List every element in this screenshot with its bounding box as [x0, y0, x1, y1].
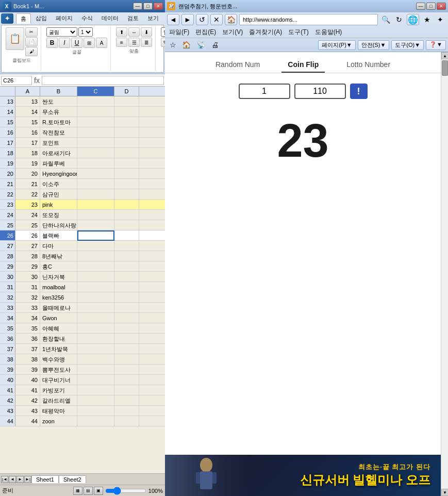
print-icon[interactable]: 🖨: [209, 39, 221, 51]
cell-b[interactable]: 아혜혜: [40, 323, 77, 334]
cell-d[interactable]: [114, 251, 139, 261]
table-row[interactable]: 3434Gwon: [0, 313, 165, 323]
cell-a[interactable]: 29: [15, 261, 40, 272]
cell-b[interactable]: 환장할내: [40, 334, 77, 344]
table-row[interactable]: 2222삼규민: [0, 189, 165, 200]
favorites-icon[interactable]: ★: [421, 14, 433, 25]
sheet-next-btn[interactable]: ►: [16, 476, 24, 483]
cell-b[interactable]: R.토마토마: [40, 117, 77, 127]
fill-color-btn[interactable]: A: [96, 38, 107, 48]
page-btn[interactable]: 페이지(P)▼: [318, 40, 356, 50]
col-header-c[interactable]: C: [77, 87, 114, 96]
cell-reference-input[interactable]: [1, 76, 32, 85]
menu-tools[interactable]: 도구(T): [288, 28, 308, 37]
cell-b[interactable]: 다마: [40, 241, 77, 251]
font-size-select[interactable]: 11: [78, 27, 93, 37]
table-row[interactable]: 2323pink: [0, 200, 165, 210]
table-row[interactable]: 3232ken3256: [0, 292, 165, 303]
cell-d[interactable]: [114, 365, 139, 375]
cell-c[interactable]: [77, 96, 114, 107]
cell-d[interactable]: [114, 395, 139, 406]
menu-help[interactable]: 도움말(H): [315, 28, 342, 37]
table-row[interactable]: 2121이소주: [0, 179, 165, 189]
tab-view[interactable]: 보기: [143, 13, 163, 24]
align-left-btn[interactable]: ≡: [116, 38, 127, 47]
stop-btn[interactable]: ✕: [210, 14, 223, 25]
tab-lotto-number[interactable]: Lotto Number: [340, 57, 396, 73]
cell-c[interactable]: [77, 303, 114, 313]
cell-a[interactable]: 14: [15, 107, 40, 117]
cell-c[interactable]: [77, 365, 114, 375]
cell-b[interactable]: moalboal: [40, 282, 77, 292]
cell-b[interactable]: 아로새기다: [40, 148, 77, 158]
zoom-slider[interactable]: [105, 488, 146, 494]
align-right-btn[interactable]: ≣: [141, 38, 152, 47]
cell-b[interactable]: 이소주: [40, 179, 77, 189]
scroll-down-btn[interactable]: ▼: [441, 489, 448, 496]
cell-a[interactable]: 43: [15, 406, 40, 416]
cell-b[interactable]: 파릴루베: [40, 158, 77, 169]
cell-a[interactable]: 32: [15, 292, 40, 303]
scroll-thumb[interactable]: [442, 60, 448, 76]
cell-c[interactable]: [77, 241, 114, 251]
page-break-btn[interactable]: ▣: [94, 487, 103, 495]
table-row[interactable]: 2929홍C: [0, 261, 165, 272]
border-btn[interactable]: ⊞: [84, 38, 95, 48]
cell-b[interactable]: zoon: [40, 416, 77, 426]
tools-btn[interactable]: 도구(O)▼: [391, 40, 424, 50]
cell-b[interactable]: 태평악마: [40, 406, 77, 416]
cell-d[interactable]: [114, 354, 139, 365]
cell-b[interactable]: 닌자거북: [40, 272, 77, 282]
cell-b[interactable]: 또모징: [40, 210, 77, 220]
table-row[interactable]: 3636환장할내: [0, 334, 165, 344]
cell-a[interactable]: 15: [15, 117, 40, 127]
cell-d[interactable]: [114, 220, 139, 230]
table-row[interactable]: 1515R.토마토마: [0, 117, 165, 127]
page-layout-btn[interactable]: ▤: [84, 487, 93, 495]
cell-a[interactable]: 41: [15, 385, 40, 395]
table-row[interactable]: 1313싼도: [0, 96, 165, 107]
cell-a[interactable]: 13: [15, 96, 40, 107]
cell-a[interactable]: 39: [15, 365, 40, 375]
cell-d[interactable]: [114, 158, 139, 169]
home-btn[interactable]: 🏠: [225, 14, 237, 25]
cell-a[interactable]: 24: [15, 210, 40, 220]
menu-edit[interactable]: 편집(E): [195, 28, 216, 37]
cell-c[interactable]: [77, 344, 114, 354]
cell-a[interactable]: 23: [15, 200, 40, 210]
table-row[interactable]: 1717포인트: [0, 138, 165, 148]
cell-d[interactable]: [114, 210, 139, 220]
cell-b[interactable]: 포인트: [40, 138, 77, 148]
cell-c[interactable]: [77, 230, 114, 241]
col-header-a[interactable]: A: [15, 87, 40, 96]
cut-btn[interactable]: ✂: [25, 27, 38, 37]
normal-view-btn[interactable]: ▦: [73, 487, 82, 495]
cell-d[interactable]: [114, 272, 139, 282]
cell-c[interactable]: [77, 323, 114, 334]
underline-btn[interactable]: U: [71, 38, 82, 48]
cell-d[interactable]: [114, 375, 139, 385]
cell-c[interactable]: [77, 313, 114, 323]
cell-b[interactable]: 백수와앵: [40, 354, 77, 365]
browser-close-btn[interactable]: ✕: [437, 3, 446, 10]
cell-d[interactable]: [114, 334, 139, 344]
table-row[interactable]: 4242갈라드리엘: [0, 395, 165, 406]
col-header-d[interactable]: D: [114, 87, 139, 96]
paste-btn[interactable]: 📋: [6, 27, 24, 50]
cell-d[interactable]: [114, 282, 139, 292]
scroll-track[interactable]: [441, 59, 448, 489]
font-family-select[interactable]: 굴림: [46, 27, 77, 37]
table-row[interactable]: 3030닌자거북: [0, 272, 165, 282]
cell-b[interactable]: Hyeongingoon: [40, 169, 77, 179]
table-row[interactable]: 37371년차발목: [0, 344, 165, 354]
tab-home[interactable]: 홈: [16, 13, 31, 24]
refresh-icon[interactable]: ↻: [393, 14, 405, 25]
cell-c[interactable]: [77, 127, 114, 138]
refresh-btn[interactable]: ↺: [196, 14, 208, 25]
sheet-first-btn[interactable]: |◄: [1, 476, 8, 483]
cell-a[interactable]: 26: [15, 230, 40, 241]
safety-btn[interactable]: 안전(S)▼: [358, 40, 390, 50]
cell-c[interactable]: [77, 261, 114, 272]
add-favorites-icon[interactable]: ✦: [435, 14, 446, 25]
cell-a[interactable]: 19: [15, 158, 40, 169]
